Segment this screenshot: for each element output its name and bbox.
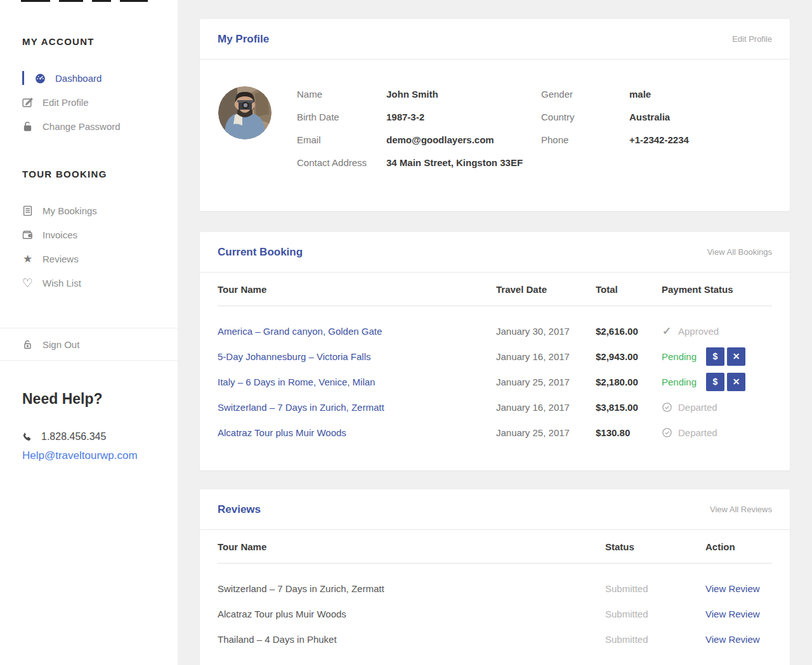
review-status: Submitted xyxy=(605,583,705,594)
sidebar-item-wish-list[interactable]: ♡ Wish List xyxy=(0,271,178,295)
sidebar-item-reviews[interactable]: ★ Reviews xyxy=(0,247,178,271)
tour-name: Alcatraz Tour plus Muir Woods xyxy=(218,609,605,619)
profile-fields-right: Gendermale CountryAustralia Phone+1-2342… xyxy=(541,88,689,179)
total-amount: $2,180.00 xyxy=(596,377,662,387)
check-icon: ✓ xyxy=(662,326,672,336)
payment-status: Pending xyxy=(662,377,706,387)
sidebar-item-label: Invoices xyxy=(43,229,77,240)
departed-icon xyxy=(662,402,672,412)
field-label: Contact Address xyxy=(297,157,386,169)
sidebar-item-label: Wish List xyxy=(43,278,81,288)
sidebar-item-label: Reviews xyxy=(43,254,79,264)
sidebar-item-sign-out[interactable]: Sign Out xyxy=(0,328,178,360)
travel-date: January 16, 2017 xyxy=(496,402,596,413)
help-phone: 1.828.456.345 xyxy=(22,431,178,442)
account-nav: Dashboard Edit Profile Change Password xyxy=(0,66,178,138)
tour-name-link[interactable]: 5-Day Johannesburg – Victoria Falls xyxy=(218,351,496,362)
field-label: Birth Date xyxy=(297,111,386,124)
sidebar-item-invoices[interactable]: Invoices xyxy=(0,223,178,247)
tour-name-link[interactable]: Italy – 6 Days in Rome, Venice, Milan xyxy=(218,377,496,387)
edit-icon xyxy=(22,97,33,108)
tour-name: Switzerland – 7 Days in Zurich, Zermatt xyxy=(218,583,605,594)
field-value: male xyxy=(629,88,651,101)
active-indicator-bar xyxy=(22,71,24,85)
help-email-link[interactable]: Help@traveltourwp.com xyxy=(22,449,178,462)
review-status: Submitted xyxy=(605,634,705,645)
column-header: Travel Date xyxy=(496,284,596,295)
pay-button[interactable]: $ xyxy=(706,347,724,366)
field-value: John Smith xyxy=(386,88,438,101)
sidebar-item-label: My Bookings xyxy=(43,205,97,216)
field-label: Phone xyxy=(541,134,629,146)
field-label: Email xyxy=(297,134,386,146)
travel-date: January 25, 2017 xyxy=(496,427,596,438)
sidebar-item-my-bookings[interactable]: My Bookings xyxy=(0,198,178,223)
reviews-table-header: Tour Name Status Action xyxy=(218,530,772,564)
view-review-link[interactable]: View Review xyxy=(705,583,772,594)
sidebar-item-dashboard[interactable]: Dashboard xyxy=(0,66,178,90)
reviews-title: Reviews xyxy=(218,503,261,516)
total-amount: $2,943.00 xyxy=(596,351,662,362)
view-review-link[interactable]: View Review xyxy=(705,609,772,619)
payment-status: Departed xyxy=(678,402,717,413)
column-header: Payment Status xyxy=(662,284,772,295)
field-value: 1987-3-2 xyxy=(386,111,424,124)
sidebar: MY ACCOUNT Dashboard Edit Profile Change… xyxy=(0,0,178,665)
sidebar-item-edit-profile[interactable]: Edit Profile xyxy=(0,90,178,114)
tour-name: Thailand – 4 Days in Phuket xyxy=(218,634,605,645)
bookings-icon xyxy=(22,205,33,216)
my-profile-title: My Profile xyxy=(218,33,269,46)
tour-booking-heading: TOUR BOOKING xyxy=(22,169,178,179)
tour-name-link[interactable]: America – Grand canyon, Golden Gate xyxy=(218,326,496,337)
cutoff-logo xyxy=(21,0,148,2)
divider xyxy=(0,360,178,361)
view-all-reviews-link[interactable]: View All Reviews xyxy=(710,505,772,514)
my-profile-card: My Profile Edit Profile xyxy=(200,19,790,211)
total-amount: $130.80 xyxy=(596,427,662,438)
reviews-card: Reviews View All Reviews Tour Name Statu… xyxy=(200,489,790,665)
phone-icon xyxy=(22,432,32,442)
field-label: Name xyxy=(297,88,386,101)
travel-date: January 30, 2017 xyxy=(496,326,596,337)
sidebar-item-label: Sign Out xyxy=(43,339,79,350)
sidebar-item-label: Edit Profile xyxy=(43,97,89,108)
edit-profile-link[interactable]: Edit Profile xyxy=(732,34,772,44)
view-review-link[interactable]: View Review xyxy=(705,634,772,645)
field-label: Gender xyxy=(541,88,629,101)
review-status: Submitted xyxy=(605,609,705,619)
table-row: Alcatraz Tour plus Muir Woods Submitted … xyxy=(218,601,772,626)
wallet-icon xyxy=(22,229,33,240)
dashboard-icon xyxy=(35,73,46,84)
payment-status: Departed xyxy=(678,427,717,438)
travel-date: January 25, 2017 xyxy=(496,377,596,387)
sidebar-item-label: Change Password xyxy=(43,121,121,132)
field-value: Australia xyxy=(629,111,670,124)
view-all-bookings-link[interactable]: View All Bookings xyxy=(707,247,772,257)
sidebar-item-label: Dashboard xyxy=(55,73,102,84)
table-row: 5-Day Johannesburg – Victoria Falls Janu… xyxy=(218,344,772,369)
total-amount: $3,815.00 xyxy=(596,402,662,413)
booking-nav: My Bookings Invoices ★ Reviews ♡ Wish Li… xyxy=(0,198,178,295)
my-account-heading: MY ACCOUNT xyxy=(22,36,178,47)
tour-name-link[interactable]: Alcatraz Tour plus Muir Woods xyxy=(218,427,496,438)
heart-icon: ♡ xyxy=(22,278,33,288)
table-row: Italy – 6 Days in Rome, Venice, Milan Ja… xyxy=(218,369,772,394)
column-header: Tour Name xyxy=(218,541,605,552)
table-row: Alcatraz Tour plus Muir Woods January 25… xyxy=(218,420,772,445)
column-header: Status xyxy=(605,541,705,552)
payment-status: Pending xyxy=(662,351,706,362)
tour-name-link[interactable]: Switzerland – 7 Days in Zurich, Zermatt xyxy=(218,402,496,413)
table-row: Switzerland – 7 Days in Zurich, Zermatt … xyxy=(218,576,772,601)
cancel-booking-button[interactable]: ✕ xyxy=(727,373,745,391)
cancel-booking-button[interactable]: ✕ xyxy=(727,347,745,366)
booking-table-header: Tour Name Travel Date Total Payment Stat… xyxy=(218,273,772,306)
field-label: Country xyxy=(541,111,629,124)
pay-button[interactable]: $ xyxy=(706,373,724,391)
column-header: Total xyxy=(596,284,662,295)
field-value: demo@goodlayers.com xyxy=(386,134,494,146)
sidebar-item-change-password[interactable]: Change Password xyxy=(0,114,178,138)
departed-icon xyxy=(662,427,672,437)
lock-icon xyxy=(22,121,33,132)
unlock-icon xyxy=(22,339,33,350)
table-row: Switzerland – 7 Days in Zurich, Zermatt … xyxy=(218,394,772,420)
